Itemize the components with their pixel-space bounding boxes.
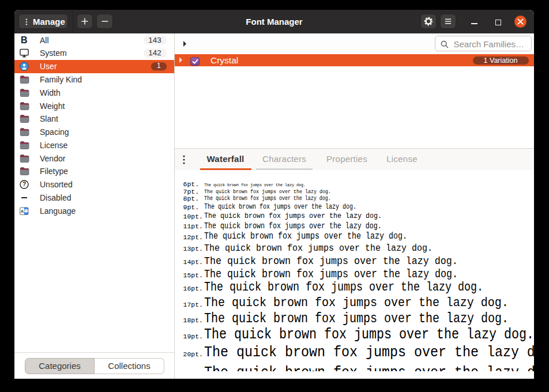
svg-text:✻: ✻: [24, 208, 29, 214]
svg-text:?: ?: [22, 182, 26, 188]
